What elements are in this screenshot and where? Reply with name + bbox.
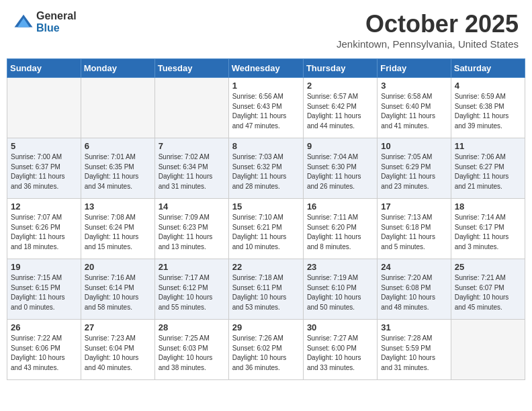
day-number: 27: [85, 322, 151, 332]
day-header-thursday: Thursday: [303, 59, 377, 78]
day-number: 3: [381, 81, 447, 91]
day-info: Sunrise: 7:07 AM Sunset: 6:26 PM Dayligh…: [11, 213, 77, 252]
day-number: 14: [159, 201, 225, 212]
day-info: Sunrise: 7:09 AM Sunset: 6:23 PM Dayligh…: [159, 213, 225, 252]
calendar-cell: 13Sunrise: 7:08 AM Sunset: 6:24 PM Dayli…: [81, 199, 154, 259]
calendar-week-row: 19Sunrise: 7:15 AM Sunset: 6:15 PM Dayli…: [7, 259, 525, 320]
day-number: 5: [11, 141, 77, 151]
day-info: Sunrise: 7:28 AM Sunset: 5:59 PM Dayligh…: [381, 334, 447, 373]
day-info: Sunrise: 7:04 AM Sunset: 6:30 PM Dayligh…: [307, 152, 373, 191]
calendar-cell: 9Sunrise: 7:04 AM Sunset: 6:30 PM Daylig…: [303, 138, 377, 199]
day-info: Sunrise: 7:01 AM Sunset: 6:35 PM Dayligh…: [85, 152, 151, 191]
day-number: 26: [11, 322, 77, 332]
day-number: 7: [159, 141, 225, 151]
calendar-cell: 21Sunrise: 7:17 AM Sunset: 6:12 PM Dayli…: [154, 259, 228, 320]
day-number: 19: [11, 262, 77, 272]
calendar-week-row: 26Sunrise: 7:22 AM Sunset: 6:06 PM Dayli…: [7, 320, 525, 380]
calendar-cell: [7, 78, 81, 138]
calendar-cell: 12Sunrise: 7:07 AM Sunset: 6:26 PM Dayli…: [7, 199, 81, 259]
calendar-cell: [451, 320, 525, 380]
calendar-cell: [81, 78, 154, 138]
calendar-cell: 14Sunrise: 7:09 AM Sunset: 6:23 PM Dayli…: [154, 199, 228, 259]
location-text: Jenkintown, Pennsylvania, United States: [337, 38, 519, 50]
logo: General Blue: [13, 10, 77, 34]
day-info: Sunrise: 7:06 AM Sunset: 6:27 PM Dayligh…: [455, 152, 521, 191]
calendar-cell: 7Sunrise: 7:02 AM Sunset: 6:34 PM Daylig…: [154, 138, 228, 199]
calendar-cell: 22Sunrise: 7:18 AM Sunset: 6:11 PM Dayli…: [228, 259, 303, 320]
month-title: October 2025: [337, 10, 519, 38]
day-number: 17: [381, 201, 447, 212]
day-info: Sunrise: 7:25 AM Sunset: 6:03 PM Dayligh…: [159, 334, 225, 373]
day-number: 9: [307, 141, 373, 151]
day-header-tuesday: Tuesday: [154, 59, 228, 78]
day-number: 12: [11, 201, 77, 212]
calendar-cell: [154, 78, 228, 138]
day-info: Sunrise: 7:08 AM Sunset: 6:24 PM Dayligh…: [85, 213, 151, 252]
day-number: 24: [381, 262, 447, 272]
day-info: Sunrise: 6:56 AM Sunset: 6:43 PM Dayligh…: [232, 92, 300, 131]
calendar-week-row: 1Sunrise: 6:56 AM Sunset: 6:43 PM Daylig…: [7, 78, 525, 138]
day-number: 4: [455, 81, 521, 91]
calendar-cell: 26Sunrise: 7:22 AM Sunset: 6:06 PM Dayli…: [7, 320, 81, 380]
day-info: Sunrise: 7:05 AM Sunset: 6:29 PM Dayligh…: [381, 152, 447, 191]
day-info: Sunrise: 7:16 AM Sunset: 6:14 PM Dayligh…: [85, 273, 151, 312]
day-info: Sunrise: 7:22 AM Sunset: 6:06 PM Dayligh…: [11, 334, 77, 373]
day-info: Sunrise: 7:15 AM Sunset: 6:15 PM Dayligh…: [11, 273, 77, 312]
calendar-cell: 8Sunrise: 7:03 AM Sunset: 6:32 PM Daylig…: [228, 138, 303, 199]
calendar-cell: 18Sunrise: 7:14 AM Sunset: 6:17 PM Dayli…: [451, 199, 525, 259]
day-info: Sunrise: 6:57 AM Sunset: 6:42 PM Dayligh…: [307, 92, 373, 131]
calendar-week-row: 12Sunrise: 7:07 AM Sunset: 6:26 PM Dayli…: [7, 199, 525, 259]
day-header-wednesday: Wednesday: [228, 59, 303, 78]
day-info: Sunrise: 7:13 AM Sunset: 6:18 PM Dayligh…: [381, 213, 447, 252]
day-info: Sunrise: 7:20 AM Sunset: 6:08 PM Dayligh…: [381, 273, 447, 312]
day-info: Sunrise: 7:23 AM Sunset: 6:04 PM Dayligh…: [85, 334, 151, 373]
day-info: Sunrise: 7:17 AM Sunset: 6:12 PM Dayligh…: [159, 273, 225, 312]
day-info: Sunrise: 7:00 AM Sunset: 6:37 PM Dayligh…: [11, 152, 77, 191]
day-number: 28: [159, 322, 225, 332]
calendar-cell: 17Sunrise: 7:13 AM Sunset: 6:18 PM Dayli…: [378, 199, 451, 259]
day-number: 8: [232, 141, 300, 151]
calendar-week-row: 5Sunrise: 7:00 AM Sunset: 6:37 PM Daylig…: [7, 138, 525, 199]
day-number: 21: [159, 262, 225, 272]
day-header-saturday: Saturday: [451, 59, 525, 78]
calendar-cell: 15Sunrise: 7:10 AM Sunset: 6:21 PM Dayli…: [228, 199, 303, 259]
day-number: 13: [85, 201, 151, 212]
calendar-cell: 29Sunrise: 7:26 AM Sunset: 6:02 PM Dayli…: [228, 320, 303, 380]
calendar-table: SundayMondayTuesdayWednesdayThursdayFrid…: [7, 58, 525, 380]
day-info: Sunrise: 7:02 AM Sunset: 6:34 PM Dayligh…: [159, 152, 225, 191]
day-number: 16: [307, 201, 373, 212]
day-number: 18: [455, 201, 521, 212]
calendar-header-row: SundayMondayTuesdayWednesdayThursdayFrid…: [7, 59, 525, 78]
calendar-cell: 20Sunrise: 7:16 AM Sunset: 6:14 PM Dayli…: [81, 259, 154, 320]
calendar-cell: 4Sunrise: 6:59 AM Sunset: 6:38 PM Daylig…: [451, 78, 525, 138]
day-info: Sunrise: 7:26 AM Sunset: 6:02 PM Dayligh…: [232, 334, 300, 373]
calendar-cell: 30Sunrise: 7:27 AM Sunset: 6:00 PM Dayli…: [303, 320, 377, 380]
calendar-cell: 6Sunrise: 7:01 AM Sunset: 6:35 PM Daylig…: [81, 138, 154, 199]
day-number: 29: [232, 322, 300, 332]
page-header: General Blue October 2025 Jenkintown, Pe…: [7, 7, 525, 53]
calendar-cell: 27Sunrise: 7:23 AM Sunset: 6:04 PM Dayli…: [81, 320, 154, 380]
day-header-sunday: Sunday: [7, 59, 81, 78]
day-number: 30: [307, 322, 373, 332]
day-number: 10: [381, 141, 447, 151]
day-header-monday: Monday: [81, 59, 154, 78]
logo-icon: [13, 12, 34, 32]
calendar-cell: 2Sunrise: 6:57 AM Sunset: 6:42 PM Daylig…: [303, 78, 377, 138]
day-number: 23: [307, 262, 373, 272]
calendar-cell: 24Sunrise: 7:20 AM Sunset: 6:08 PM Dayli…: [378, 259, 451, 320]
logo-blue-text: Blue: [36, 22, 77, 34]
calendar-cell: 28Sunrise: 7:25 AM Sunset: 6:03 PM Dayli…: [154, 320, 228, 380]
day-number: 20: [85, 262, 151, 272]
day-info: Sunrise: 6:58 AM Sunset: 6:40 PM Dayligh…: [381, 92, 447, 131]
calendar-cell: 16Sunrise: 7:11 AM Sunset: 6:20 PM Dayli…: [303, 199, 377, 259]
calendar-cell: 19Sunrise: 7:15 AM Sunset: 6:15 PM Dayli…: [7, 259, 81, 320]
title-block: October 2025 Jenkintown, Pennsylvania, U…: [337, 10, 519, 50]
calendar-cell: 10Sunrise: 7:05 AM Sunset: 6:29 PM Dayli…: [378, 138, 451, 199]
day-info: Sunrise: 6:59 AM Sunset: 6:38 PM Dayligh…: [455, 92, 521, 131]
day-number: 11: [455, 141, 521, 151]
calendar-cell: 11Sunrise: 7:06 AM Sunset: 6:27 PM Dayli…: [451, 138, 525, 199]
calendar-cell: 1Sunrise: 6:56 AM Sunset: 6:43 PM Daylig…: [228, 78, 303, 138]
day-number: 6: [85, 141, 151, 151]
day-header-friday: Friday: [378, 59, 451, 78]
logo-general-text: General: [36, 10, 77, 22]
